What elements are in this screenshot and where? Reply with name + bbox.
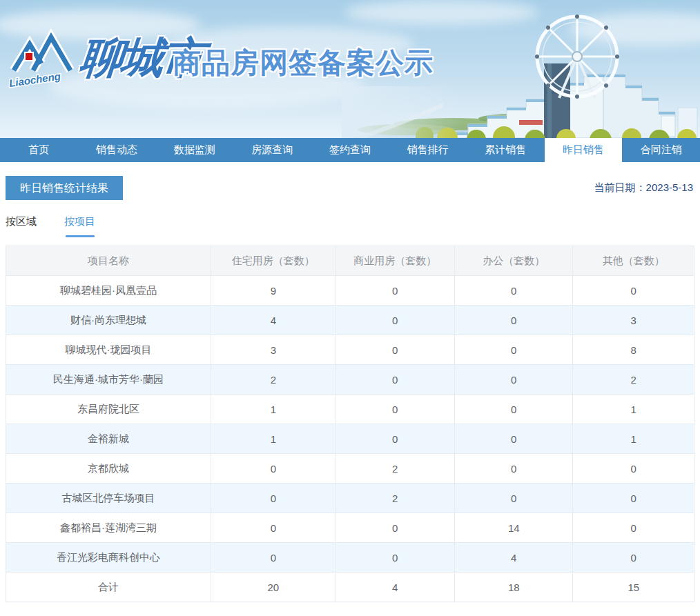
project-name-cell: 金裕新城 xyxy=(6,424,211,454)
count-cell: 0 xyxy=(211,543,336,573)
view-tabs: 按区域 按项目 xyxy=(6,215,694,237)
project-name-cell: 民生海通·城市芳华·蘭园 xyxy=(6,365,211,395)
count-cell: 0 xyxy=(455,484,573,513)
count-cell: 15 xyxy=(573,573,694,602)
table-row-total: 合计2041815 xyxy=(6,573,694,602)
count-cell: 0 xyxy=(573,454,694,484)
count-cell: 0 xyxy=(336,513,454,543)
count-cell: 0 xyxy=(455,276,573,306)
project-name-cell: 古城区北停车场项目 xyxy=(6,484,211,513)
section-head: 昨日销售统计结果 当前日期：2023-5-13 xyxy=(6,176,694,200)
column-header: 商业用房（套数） xyxy=(336,246,454,276)
count-cell: 3 xyxy=(573,306,694,335)
count-cell: 0 xyxy=(455,424,573,454)
count-cell: 4 xyxy=(336,573,454,602)
count-cell: 4 xyxy=(455,543,573,573)
nav-item-4[interactable]: 房源查询 xyxy=(233,138,311,162)
nav-item-7[interactable]: 累计销售 xyxy=(467,138,545,162)
project-name-cell: 聊城现代·珑园项目 xyxy=(6,335,211,365)
site-banner: Liaocheng 聊城市 商品房网签备案公示 xyxy=(0,0,700,138)
current-date: 当前日期：2023-5-13 xyxy=(594,181,694,195)
count-cell: 1 xyxy=(211,395,336,424)
project-name-cell: 聊城碧桂园·凤凰壹品 xyxy=(6,276,211,306)
count-cell: 0 xyxy=(455,306,573,335)
table-row: 东昌府院北区1001 xyxy=(6,395,694,424)
nav-item-2[interactable]: 销售动态 xyxy=(78,138,156,162)
count-cell: 0 xyxy=(573,543,694,573)
table-row: 金裕新城1001 xyxy=(6,424,694,454)
count-cell: 1 xyxy=(211,424,336,454)
nav-item-6[interactable]: 销售排行 xyxy=(389,138,467,162)
count-cell: 0 xyxy=(573,484,694,513)
table-header-row: 项目名称住宅用房（套数）商业用房（套数）办公（套数）其他（套数） xyxy=(6,246,694,276)
column-header: 其他（套数） xyxy=(573,246,694,276)
table-row: 聊城碧桂园·凤凰壹品9000 xyxy=(6,276,694,306)
count-cell: 0 xyxy=(455,395,573,424)
logo-script-text: Liaocheng xyxy=(8,70,61,89)
count-cell: 0 xyxy=(455,365,573,395)
count-cell: 0 xyxy=(336,365,454,395)
table-row: 香江光彩电商科创中心0040 xyxy=(6,543,694,573)
count-cell: 0 xyxy=(573,513,694,543)
table-row: 京都欣城0200 xyxy=(6,454,694,484)
tab-by-region[interactable]: 按区域 xyxy=(6,215,37,237)
count-cell: 0 xyxy=(336,395,454,424)
nav-item-1[interactable]: 首页 xyxy=(0,138,78,162)
count-cell: 18 xyxy=(455,573,573,602)
count-cell: 14 xyxy=(455,513,573,543)
count-cell: 20 xyxy=(211,573,336,602)
count-cell: 3 xyxy=(211,335,336,365)
count-cell: 0 xyxy=(211,484,336,513)
table-row: 古城区北停车场项目0200 xyxy=(6,484,694,513)
project-name-cell: 鑫都裕昌·莲湖湾三期 xyxy=(6,513,211,543)
count-cell: 2 xyxy=(336,454,454,484)
table-row: 财信·尚东理想城4003 xyxy=(6,306,694,335)
project-name-cell: 财信·尚东理想城 xyxy=(6,306,211,335)
count-cell: 0 xyxy=(573,276,694,306)
table-body: 聊城碧桂园·凤凰壹品9000财信·尚东理想城4003聊城现代·珑园项目3008民… xyxy=(6,276,694,602)
nav-item-9[interactable]: 合同注销 xyxy=(622,138,700,162)
project-name-cell: 香江光彩电商科创中心 xyxy=(6,543,211,573)
table-row: 鑫都裕昌·莲湖湾三期00140 xyxy=(6,513,694,543)
nav-item-3[interactable]: 数据监测 xyxy=(155,138,233,162)
sales-table: 项目名称住宅用房（套数）商业用房（套数）办公（套数）其他（套数） 聊城碧桂园·凤… xyxy=(6,246,694,602)
count-cell: 9 xyxy=(211,276,336,306)
count-cell: 1 xyxy=(573,424,694,454)
section-title-badge: 昨日销售统计结果 xyxy=(6,176,123,200)
site-title: 商品房网签备案公示 xyxy=(173,44,434,82)
count-cell: 2 xyxy=(211,365,336,395)
count-cell: 2 xyxy=(336,484,454,513)
count-cell: 0 xyxy=(336,306,454,335)
column-header: 住宅用房（套数） xyxy=(211,246,336,276)
column-header: 办公（套数） xyxy=(455,246,573,276)
count-cell: 0 xyxy=(455,454,573,484)
project-name-cell: 合计 xyxy=(6,573,211,602)
nav-bar: 首页销售动态数据监测房源查询签约查询销售排行累计销售昨日销售合同注销 xyxy=(0,138,700,162)
count-cell: 0 xyxy=(455,335,573,365)
table-row: 民生海通·城市芳华·蘭园2002 xyxy=(6,365,694,395)
count-cell: 0 xyxy=(211,513,336,543)
count-cell: 8 xyxy=(573,335,694,365)
count-cell: 2 xyxy=(573,365,694,395)
count-cell: 1 xyxy=(573,395,694,424)
count-cell: 0 xyxy=(336,543,454,573)
nav-item-8[interactable]: 昨日销售 xyxy=(545,138,623,162)
page: Liaocheng 聊城市 商品房网签备案公示 首页销售动态数据监测房源查询签约… xyxy=(0,0,700,602)
tab-active-underline xyxy=(66,235,95,237)
table-row: 聊城现代·珑园项目3008 xyxy=(6,335,694,365)
main-content: 昨日销售统计结果 当前日期：2023-5-13 按区域 按项目 项目名称住宅用房… xyxy=(0,176,700,602)
tab-label: 按项目 xyxy=(64,215,95,227)
count-cell: 0 xyxy=(336,276,454,306)
logo-mountain-icon: Liaocheng xyxy=(8,26,80,92)
project-name-cell: 东昌府院北区 xyxy=(6,395,211,424)
count-cell: 4 xyxy=(211,306,336,335)
tab-by-project[interactable]: 按项目 xyxy=(64,215,95,237)
count-cell: 0 xyxy=(336,335,454,365)
count-cell: 0 xyxy=(336,424,454,454)
column-header: 项目名称 xyxy=(6,246,211,276)
project-name-cell: 京都欣城 xyxy=(6,454,211,484)
site-logo[interactable]: Liaocheng xyxy=(8,26,80,92)
tab-label: 按区域 xyxy=(6,215,37,227)
nav-item-5[interactable]: 签约查询 xyxy=(311,138,389,162)
count-cell: 0 xyxy=(211,454,336,484)
